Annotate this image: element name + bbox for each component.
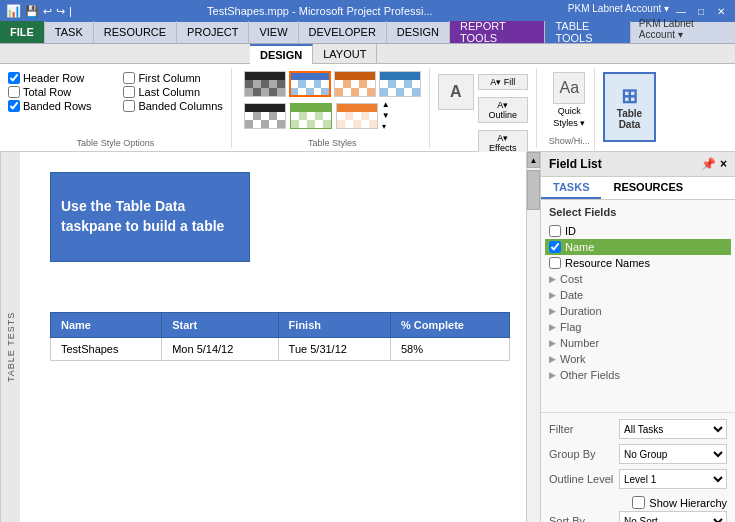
tab-layout[interactable]: LAYOUT	[313, 44, 377, 64]
fl-group-work[interactable]: ▶ Work	[549, 351, 727, 367]
fl-field-resource-names-checkbox[interactable]	[549, 257, 561, 269]
blue-textbox-text: Use the Table Data taskpane to build a t…	[61, 197, 239, 236]
groupby-select[interactable]: No Group	[619, 444, 727, 464]
banded-columns-checkbox[interactable]: Banded Columns	[123, 100, 222, 112]
fl-group-duration[interactable]: ▶ Duration	[549, 303, 727, 319]
tab-design-1[interactable]: DESIGN	[387, 21, 450, 43]
total-row-input[interactable]	[8, 86, 20, 98]
banded-rows-input[interactable]	[8, 100, 20, 112]
fl-group-other[interactable]: ▶ Other Fields	[549, 367, 727, 383]
fl-group-cost[interactable]: ▶ Cost	[549, 271, 727, 287]
data-table: Name Start Finish % Complete TestShapes …	[50, 312, 510, 361]
blue-textbox[interactable]: Use the Table Data taskpane to build a t…	[50, 172, 250, 262]
work-arrow: ▶	[549, 354, 556, 364]
checkboxes-area: Header Row First Column Total Row Last C…	[8, 68, 223, 116]
fl-fields: ID Name Resource Names ▶ Cost ▶ Date	[541, 221, 735, 412]
tab-report-tools[interactable]: REPORT TOOLS	[450, 21, 545, 43]
swatch-blue[interactable]	[289, 71, 331, 97]
tab-project[interactable]: PROJECT	[177, 21, 249, 43]
banded-rows-checkbox[interactable]: Banded Rows	[8, 100, 107, 112]
fl-group-number[interactable]: ▶ Number	[549, 335, 727, 351]
tab-table-tools[interactable]: TABLE TOOLS	[545, 21, 630, 43]
scroll-up-btn[interactable]: ▲	[527, 152, 540, 168]
col-start: Start	[162, 313, 278, 338]
swatch-2c[interactable]	[336, 103, 378, 129]
cell-start: Mon 5/14/12	[162, 338, 278, 361]
swatch-scroll-arrows[interactable]: ▲ ▼ ▾	[382, 100, 390, 131]
fl-group-date[interactable]: ▶ Date	[549, 287, 727, 303]
tab-design-active[interactable]: DESIGN	[250, 44, 313, 64]
field-list-panel: Field List 📌 × TASKS RESOURCES Select Fi…	[540, 152, 735, 522]
tab-developer[interactable]: DEVELOPER	[299, 21, 387, 43]
quick-styles-icon[interactable]: Aa	[553, 72, 585, 104]
fl-field-resource-names[interactable]: Resource Names	[549, 255, 727, 271]
quick-styles-label: Quick	[558, 106, 581, 116]
sortby-select[interactable]: No Sort	[619, 511, 727, 522]
banded-columns-input[interactable]	[123, 100, 135, 112]
wordart-section: A A▾ Fill A▾ Outline A▾ Effects WordArt …	[438, 68, 537, 148]
window-title: TestShapes.mpp - Microsoft Project Profe…	[72, 5, 568, 17]
col-complete: % Complete	[390, 313, 509, 338]
last-column-input[interactable]	[123, 86, 135, 98]
total-row-checkbox[interactable]: Total Row	[8, 86, 107, 98]
swatch-2b[interactable]	[290, 103, 332, 129]
wordart-A-btn[interactable]: A	[438, 74, 474, 110]
vertical-scrollbar[interactable]: ▲ ▼	[526, 152, 540, 522]
filter-select[interactable]: All Tasks	[619, 419, 727, 439]
swatch-dark[interactable]	[244, 71, 286, 97]
fl-group-flag-label: Flag	[560, 321, 581, 333]
last-column-checkbox[interactable]: Last Column	[123, 86, 222, 98]
sortby-label: Sort By	[549, 515, 619, 522]
fl-field-name[interactable]: Name	[545, 239, 731, 255]
text-outline-btn[interactable]: A▾ Outline	[478, 97, 528, 123]
quick-redo[interactable]: ↪	[56, 5, 65, 18]
table-tests-label: TABLE TESTS	[6, 312, 16, 382]
fl-groupby-row: Group By No Group	[549, 444, 727, 464]
duration-arrow: ▶	[549, 306, 556, 316]
col-name: Name	[51, 313, 162, 338]
fl-field-name-checkbox[interactable]	[549, 241, 561, 253]
fl-field-id[interactable]: ID	[549, 223, 727, 239]
fl-group-date-label: Date	[560, 289, 583, 301]
swatch-2a[interactable]	[244, 103, 286, 129]
quick-styles-btn-area[interactable]: Aa Quick Styles ▾	[553, 72, 585, 128]
header-row-checkbox[interactable]: Header Row	[8, 72, 107, 84]
header-row-input[interactable]	[8, 72, 20, 84]
first-column-input[interactable]	[123, 72, 135, 84]
cost-arrow: ▶	[549, 274, 556, 284]
tab-file[interactable]: FILE	[0, 21, 45, 43]
swatch-orange[interactable]	[334, 71, 376, 97]
fl-field-id-checkbox[interactable]	[549, 225, 561, 237]
tab-task[interactable]: TASK	[45, 21, 94, 43]
fl-field-resource-names-label: Resource Names	[565, 257, 650, 269]
fl-bottom: Filter All Tasks Group By No Group Outli…	[541, 412, 735, 522]
table-data-icon: ⊞	[621, 84, 638, 108]
quick-save[interactable]: 💾	[25, 5, 39, 18]
first-column-checkbox[interactable]: First Column	[123, 72, 222, 84]
swatch-teal[interactable]	[379, 71, 421, 97]
field-list-header: Field List 📌 ×	[541, 152, 735, 177]
tab-resource[interactable]: RESOURCE	[94, 21, 177, 43]
table-row: TestShapes Mon 5/14/12 Tue 5/31/12 58%	[51, 338, 510, 361]
account-area: PKM Labnet Account ▾	[631, 15, 735, 43]
fl-group-flag[interactable]: ▶ Flag	[549, 319, 727, 335]
show-hierarchy-checkbox[interactable]	[632, 496, 645, 509]
pin-btn[interactable]: 📌	[701, 157, 716, 171]
fl-tab-tasks[interactable]: TASKS	[541, 177, 601, 199]
fl-sortby-row: Sort By No Sort	[549, 511, 727, 522]
fl-outline-row: Outline Level Level 1	[549, 469, 727, 489]
tab-view[interactable]: VIEW	[249, 21, 298, 43]
scroll-thumb[interactable]	[527, 170, 540, 210]
quick-undo[interactable]: ↩	[43, 5, 52, 18]
table-styles-section: ▲ ▼ ▾ Table Styles	[244, 68, 430, 148]
table-data-button[interactable]: ⊞ Table Data	[603, 72, 656, 142]
outline-select[interactable]: Level 1	[619, 469, 727, 489]
text-fill-btn[interactable]: A▾ Fill	[478, 74, 528, 90]
fl-filter-row: Filter All Tasks	[549, 419, 727, 439]
close-field-list-btn[interactable]: ×	[720, 157, 727, 171]
content-area: TABLE TESTS ▲ ▼ Use the Table Data taskp…	[0, 152, 735, 522]
filter-label: Filter	[549, 423, 619, 435]
app-icon: 📊	[6, 4, 21, 18]
table-styles-label: Table Styles	[244, 134, 421, 148]
fl-tab-resources[interactable]: RESOURCES	[601, 177, 695, 199]
